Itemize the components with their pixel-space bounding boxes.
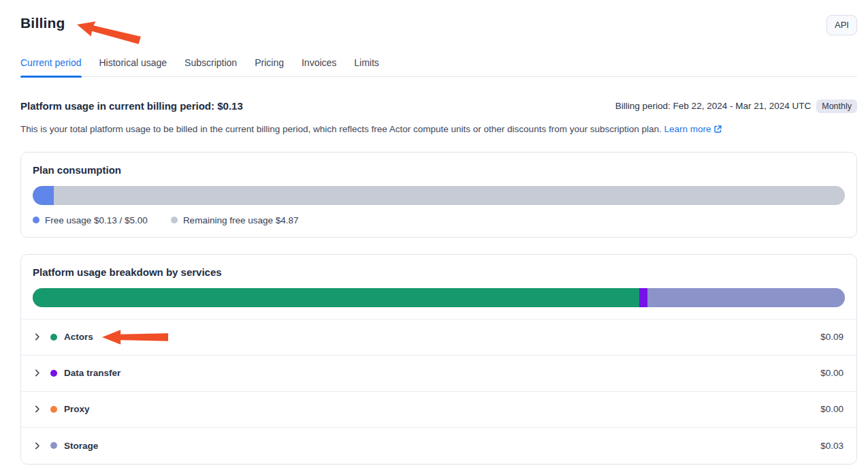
usage-breakdown-bar — [33, 288, 845, 307]
plan-consumption-legend: Free usage $0.13 / $5.00 Remaining free … — [33, 215, 845, 225]
api-button[interactable]: API — [826, 15, 857, 35]
tab-subscription[interactable]: Subscription — [184, 53, 237, 76]
data-transfer-label: Data transfer — [64, 368, 120, 378]
proxy-dot — [50, 406, 57, 413]
storage-bar-segment — [647, 288, 845, 307]
chevron-right-icon[interactable] — [33, 332, 42, 341]
service-row-storage[interactable]: Storage $0.03 — [21, 428, 856, 464]
plan-consumption-card: Plan consumption Free usage $0.13 / $5.0… — [20, 152, 857, 238]
service-row-actors[interactable]: Actors $0.09 — [21, 319, 856, 356]
actors-dot — [50, 334, 57, 341]
plan-consumption-bar — [33, 186, 845, 205]
learn-more-link[interactable]: Learn more — [664, 124, 722, 134]
chevron-right-icon[interactable] — [33, 405, 42, 413]
free-usage-bar-segment — [33, 186, 54, 205]
tab-invoices[interactable]: Invoices — [302, 53, 336, 76]
actors-value: $0.09 — [820, 332, 843, 342]
legend-item-free-usage: Free usage $0.13 / $5.00 — [33, 215, 148, 225]
usage-breakdown-card: Platform usage breakdown by services Act… — [20, 254, 857, 465]
tab-current-period[interactable]: Current period — [20, 53, 82, 76]
tab-historical-usage[interactable]: Historical usage — [99, 53, 167, 76]
free-usage-dot — [33, 217, 39, 223]
page-title: Billing — [20, 15, 65, 31]
proxy-value: $0.00 — [820, 404, 843, 414]
annotation-arrow-actors — [102, 330, 168, 345]
billing-tabs: Current period Historical usage Subscrip… — [20, 53, 857, 77]
usage-description-text: This is your total platform usage to be … — [20, 124, 662, 134]
data-transfer-bar-segment — [639, 288, 647, 307]
storage-label: Storage — [64, 441, 98, 451]
billing-period-text: Billing period: Feb 22, 2024 - Mar 21, 2… — [615, 101, 811, 111]
storage-dot — [50, 442, 57, 449]
legend-free-usage-label: Free usage $0.13 / $5.00 — [45, 215, 148, 225]
actors-bar-segment — [33, 288, 639, 307]
remaining-usage-dot — [171, 217, 178, 223]
legend-remaining-label: Remaining free usage $4.87 — [183, 215, 299, 225]
service-row-data-transfer[interactable]: Data transfer $0.00 — [21, 356, 856, 392]
plan-consumption-title: Plan consumption — [33, 164, 845, 176]
chevron-right-icon[interactable] — [33, 441, 42, 450]
legend-item-remaining: Remaining free usage $4.87 — [171, 215, 299, 225]
proxy-label: Proxy — [64, 404, 90, 414]
actors-label: Actors — [64, 332, 93, 342]
service-row-proxy[interactable]: Proxy $0.00 — [21, 392, 856, 428]
usage-breakdown-title: Platform usage breakdown by services — [33, 266, 845, 278]
data-transfer-value: $0.00 — [820, 368, 843, 378]
service-rows: Actors $0.09 Data transfer $0.00 Proxy $… — [21, 319, 856, 464]
data-transfer-dot — [50, 370, 57, 377]
chevron-right-icon[interactable] — [33, 369, 42, 377]
usage-description: This is your total platform usage to be … — [20, 124, 857, 136]
period-summary-row: Platform usage in current billing period… — [20, 99, 857, 113]
page-header: Billing API — [20, 0, 857, 35]
tab-limits[interactable]: Limits — [354, 53, 379, 76]
usage-heading: Platform usage in current billing period… — [20, 100, 243, 112]
monthly-badge: Monthly — [816, 99, 857, 113]
external-link-icon — [713, 125, 722, 136]
tab-pricing[interactable]: Pricing — [255, 53, 284, 76]
storage-value: $0.03 — [820, 441, 843, 451]
